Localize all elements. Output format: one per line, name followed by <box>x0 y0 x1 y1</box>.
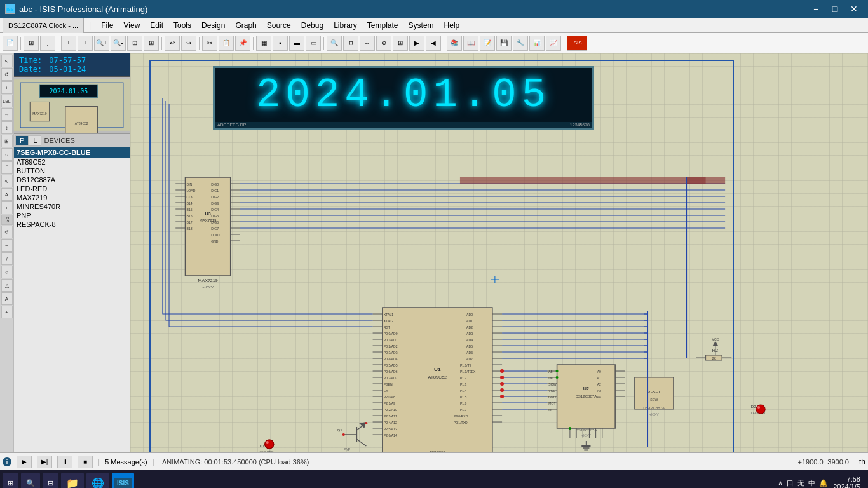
selected-device[interactable]: 7SEG-MPX8-CC-BLUE <box>14 147 130 158</box>
menu-source[interactable]: Source <box>262 20 296 31</box>
tb-new[interactable]: 📄 <box>3 36 18 51</box>
tb-redo[interactable]: ↪ <box>181 36 196 51</box>
r2-resistor: R2 2K <box>696 348 731 360</box>
device-item-max7219[interactable]: MAX7219 <box>14 193 130 202</box>
tb-route5[interactable]: ◀ <box>426 36 441 51</box>
tool-wave[interactable]: ∿ <box>1 175 13 187</box>
tb-lib6[interactable]: 📊 <box>529 36 545 51</box>
tool-refresh[interactable]: ↺ <box>1 226 13 238</box>
tab-p[interactable]: P <box>15 135 29 146</box>
device-item-pnp[interactable]: PNP <box>14 211 130 220</box>
tb-lib3[interactable]: 📝 <box>480 36 495 51</box>
device-item-at89c52[interactable]: AT89C52 <box>14 158 130 166</box>
minimize-button[interactable]: − <box>807 0 825 18</box>
menu-edit[interactable]: Edit <box>145 20 168 31</box>
start-button[interactable]: ⊞ <box>3 473 18 488</box>
canvas-area[interactable]: 2024.01.05 ABCDEFG DP 12345678 U3 MAX721… <box>130 53 868 452</box>
tool-plus[interactable]: + <box>1 306 13 318</box>
tb-prop[interactable]: ⚙ <box>343 36 358 51</box>
tool-rotate[interactable]: ↺ <box>1 68 13 81</box>
tb-grid[interactable]: ⊞ <box>24 36 39 51</box>
tab-l[interactable]: L <box>29 135 41 146</box>
tb-add[interactable]: + <box>61 36 76 51</box>
tb-route2[interactable]: ⊕ <box>376 36 391 51</box>
tb-undo[interactable]: ↩ <box>165 36 180 51</box>
device-item-minres470r[interactable]: MINRES470R <box>14 202 130 211</box>
tb-block4[interactable]: ▭ <box>306 36 321 51</box>
tool-slash[interactable]: / <box>1 252 13 265</box>
tb-add2[interactable]: + <box>78 36 93 51</box>
tb-search[interactable]: 🔍 <box>327 36 342 51</box>
tb-lib4[interactable]: 💾 <box>496 36 512 51</box>
menu-debug[interactable]: Debug <box>296 20 329 31</box>
document-tab[interactable]: DS12C887A Clock - ... <box>3 18 84 33</box>
menu-view[interactable]: View <box>119 20 146 31</box>
tb-lib2[interactable]: 📖 <box>463 36 478 51</box>
tb-lib1[interactable]: 📚 <box>447 36 462 51</box>
step-button[interactable]: ▶| <box>37 456 52 468</box>
tb-paste[interactable]: 📌 <box>235 36 250 51</box>
stop-button[interactable]: ■ <box>78 456 93 468</box>
tb-zoom-fit[interactable]: ⊡ <box>127 36 142 51</box>
taskview-button[interactable]: ⊟ <box>43 473 58 488</box>
menu-file[interactable]: File <box>96 20 118 31</box>
tb-zoom-in[interactable]: 🔍+ <box>94 36 109 51</box>
device-item-ds12c887a[interactable]: DS12C887A <box>14 175 130 184</box>
tool-triangle[interactable]: △ <box>1 279 13 292</box>
tb-block1[interactable]: ▦ <box>256 36 271 51</box>
tray-arrow[interactable]: ∧ <box>778 479 783 487</box>
tb-route1[interactable]: ↔ <box>360 36 375 51</box>
tool-box[interactable]: ⊞ <box>1 135 13 147</box>
tb-block2[interactable]: ▪ <box>273 36 288 51</box>
tb-copy[interactable]: 📋 <box>219 36 234 51</box>
browser-button[interactable]: 🌐 <box>86 473 109 488</box>
tb-zoom-full[interactable]: ⊞ <box>144 36 159 51</box>
tool-arc[interactable]: ⌒ <box>1 161 13 174</box>
maximize-button[interactable]: □ <box>826 0 844 18</box>
tool-add[interactable]: + <box>1 81 13 94</box>
close-button[interactable]: ✕ <box>845 0 863 18</box>
tb-block3[interactable]: ▬ <box>289 36 304 51</box>
menu-template[interactable]: Template <box>362 20 403 31</box>
svg-text:P3.0/RXD: P3.0/RXD <box>454 414 468 418</box>
svg-text:P1.1/T2EX: P1.1/T2EX <box>460 370 476 374</box>
tool-cross[interactable]: + <box>1 201 13 214</box>
tb-special[interactable]: ISIS <box>567 36 587 51</box>
menu-library[interactable]: Library <box>329 20 362 31</box>
menu-tools[interactable]: Tools <box>168 20 196 31</box>
device-item-respack8[interactable]: RESPACK-8 <box>14 220 130 229</box>
device-item-led-red[interactable]: LED-RED <box>14 184 130 193</box>
tb-zoom-out[interactable]: 🔍- <box>111 36 126 51</box>
tb-dot-grid[interactable]: ⋮ <box>40 36 55 51</box>
device-item-button[interactable]: BUTTON <box>14 166 130 175</box>
tool-text[interactable]: A <box>1 188 13 201</box>
tool-circle[interactable]: ○ <box>1 148 13 161</box>
tb-lib7[interactable]: 📈 <box>546 36 561 51</box>
tray-notification[interactable]: 🔔 <box>819 479 828 487</box>
menu-help[interactable]: Help <box>439 20 465 31</box>
tool-circle2[interactable]: ○ <box>1 266 13 278</box>
menu-graph[interactable]: Graph <box>230 20 261 31</box>
svg-line-206 <box>356 423 366 430</box>
search-button[interactable]: 🔍 <box>21 473 40 488</box>
tool-minus[interactable]: − <box>1 239 13 252</box>
tb-lib5[interactable]: 🔧 <box>513 36 528 51</box>
svg-text:P2.4/A12: P2.4/A12 <box>384 421 397 424</box>
tool-text2[interactable]: A <box>1 292 13 305</box>
tool-vert[interactable]: ↕ <box>1 121 13 134</box>
tb-route3[interactable]: ⊞ <box>393 36 408 51</box>
menu-system[interactable]: System <box>403 20 439 31</box>
explorer-button[interactable]: 📁 <box>61 473 84 488</box>
tool-horiz[interactable]: ↔ <box>1 108 13 121</box>
svg-text:AD3: AD3 <box>466 332 473 336</box>
tb-route4[interactable]: ▶ <box>409 36 424 51</box>
tool-pointer[interactable]: ↖ <box>1 55 13 67</box>
pause-button[interactable]: ⏸ <box>57 456 72 468</box>
svg-text:P1.7: P1.7 <box>460 408 467 412</box>
menu-design[interactable]: Design <box>196 20 230 31</box>
tb-cut[interactable]: ✂ <box>202 36 217 51</box>
isis-app-button[interactable]: ISIS <box>112 473 134 488</box>
play-button[interactable]: ▶ <box>17 456 32 468</box>
svg-point-215 <box>500 382 504 386</box>
tool-label[interactable]: LBL <box>1 95 13 107</box>
